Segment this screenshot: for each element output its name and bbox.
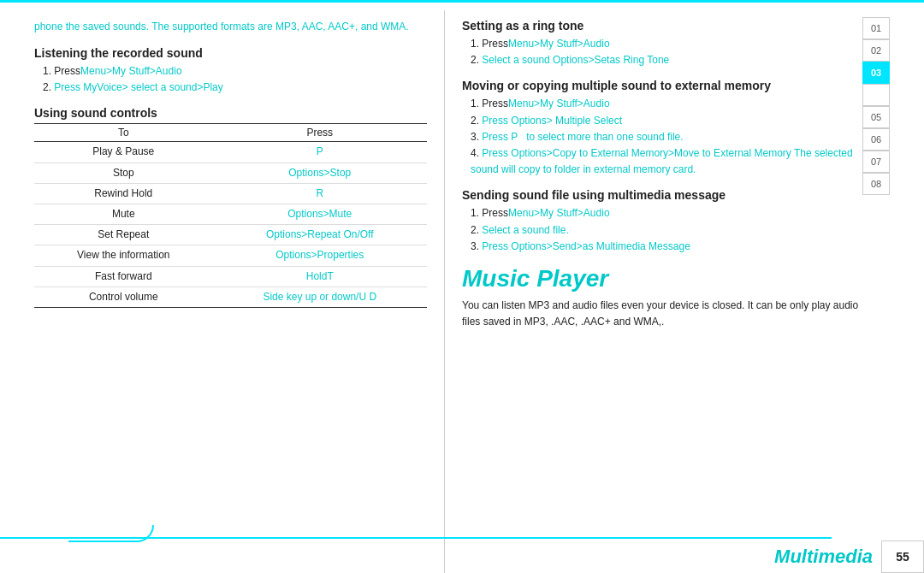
listening-section: Listening the recorded sound 1. PressMen… (34, 46, 427, 96)
ring-step1-plain: Press (482, 38, 508, 50)
moving-section: Moving or copying multiple sound to exte… (462, 79, 877, 178)
ring-step1-num: 1. (471, 38, 482, 50)
listening-step-1: 1. PressMenu>My Stuff>Audio (43, 63, 427, 80)
side-tab-02[interactable]: 02 (862, 39, 890, 62)
table-row: Rewind Hold R (34, 183, 427, 204)
snd-step1-num: 1. (471, 207, 482, 219)
moving-heading: Moving or copying multiple sound to exte… (462, 79, 877, 92)
table-cell-key: Options>Stop (213, 162, 427, 183)
listening-heading: Listening the recorded sound (34, 46, 427, 60)
top-intro-text: phone the saved sounds. The supported fo… (34, 19, 427, 34)
step1-cyan: Menu>My Stuff>Audio (80, 65, 182, 77)
ring-step2-cyan: Select a sound Options>Setas Ring Tone (482, 54, 669, 66)
table-cell-action: Mute (34, 204, 213, 224)
step1-num: 1. (43, 65, 54, 77)
table-row: Set Repeat Options>Repeat On/Off (34, 225, 427, 245)
moving-step-3: 3. Press P to select more than one sound… (471, 129, 877, 145)
moving-step-1: 1. PressMenu>My Stuff>Audio (471, 96, 877, 112)
sending-step-1: 1. PressMenu>My Stuff>Audio (471, 205, 877, 222)
side-tab-07[interactable]: 07 (862, 151, 890, 173)
footer: Multimedia 55 (0, 541, 924, 573)
table-cell-key: P (213, 142, 427, 162)
listening-step-2: 2. Press MyVoice> select a sound>Play (43, 80, 427, 96)
ring-tone-heading: Setting as a ring tone (462, 19, 877, 32)
table-cell-key: Options>Properties (213, 245, 427, 266)
side-tab-05[interactable]: 05 (862, 106, 890, 128)
table-cell-action: Set Repeat (34, 225, 213, 245)
right-column: Setting as a ring tone 1. PressMenu>My S… (445, 10, 890, 573)
table-cell-key: Side key up or down/U D (213, 286, 427, 307)
table-cell-key: Options>Mute (213, 204, 427, 224)
left-column: phone the saved sounds. The supported fo… (0, 10, 445, 573)
table-cell-action: Fast forward (34, 266, 213, 286)
music-player-title: Music Player (462, 265, 877, 292)
sending-step-3: 3. Press Options>Send>as Multimedia Mess… (471, 239, 877, 255)
table-cell-action: Rewind Hold (34, 183, 213, 204)
sending-heading: Sending sound file using multimedia mess… (462, 188, 877, 202)
top-border-line (0, 0, 924, 3)
mv-step4-cyan: Press Options>Copy to External Memory>Mo… (471, 147, 853, 175)
music-player-desc: You can listen MP3 and audio files even … (462, 298, 877, 330)
page-container: phone the saved sounds. The supported fo… (0, 0, 924, 573)
table-cell-key: R (213, 183, 427, 204)
footer-page-number: 55 (881, 541, 924, 573)
mv-step2-cyan: Press Options> Multiple Select (482, 115, 622, 127)
step2-num: 2. (43, 81, 54, 93)
table-row: Fast forward HoldT (34, 266, 427, 286)
side-tab-08[interactable]: 08 (862, 173, 890, 195)
listening-steps: 1. PressMenu>My Stuff>Audio 2. Press MyV… (43, 63, 427, 96)
sending-step-2: 2. Select a sound file. (471, 222, 877, 239)
ring-step1-cyan: Menu>My Stuff>Audio (508, 38, 610, 50)
moving-steps: 1. PressMenu>My Stuff>Audio 2. Press Opt… (471, 96, 877, 178)
snd-step1-plain: Press (482, 207, 508, 219)
table-row: Mute Options>Mute (34, 204, 427, 224)
bottom-curve-decoration (68, 525, 154, 542)
side-tab-03[interactable]: 03 (862, 62, 890, 84)
sending-section: Sending sound file using multimedia mess… (462, 188, 877, 255)
table-row: Play & Pause P (34, 142, 427, 162)
table-cell-action: Play & Pause (34, 142, 213, 162)
mv-step3-cyan: Press P to select more than one sound fi… (482, 131, 683, 143)
mv-step3-num: 3. (471, 131, 482, 143)
content-area: phone the saved sounds. The supported fo… (0, 0, 924, 573)
footer-section-label: Multimedia (774, 546, 873, 568)
ring-tone-section: Setting as a ring tone 1. PressMenu>My S… (462, 19, 877, 68)
side-tab-06[interactable]: 06 (862, 128, 890, 151)
moving-step-2: 2. Press Options> Multiple Select (471, 113, 877, 129)
table-row: Stop Options>Stop (34, 162, 427, 183)
table-row: Control volume Side key up or down/U D (34, 286, 427, 307)
moving-step-4: 4. Press Options>Copy to External Memory… (471, 145, 877, 178)
mv-step1-num: 1. (471, 97, 482, 109)
sound-controls-table: To Press Play & Pause P Stop Options>Sto… (34, 123, 427, 308)
ring-step-2: 2. Select a sound Options>Setas Ring Ton… (471, 52, 877, 68)
snd-step3-num: 3. (471, 240, 482, 252)
mv-step1-cyan: Menu>My Stuff>Audio (508, 97, 610, 109)
sound-controls-section: Using sound controls To Press Play & Pau… (34, 106, 427, 308)
table-cell-key: HoldT (213, 266, 427, 286)
mv-step2-num: 2. (471, 115, 482, 127)
ring-tone-steps: 1. PressMenu>My Stuff>Audio 2. Select a … (471, 36, 877, 68)
sending-steps: 1. PressMenu>My Stuff>Audio 2. Select a … (471, 205, 877, 255)
table-col2: Press (213, 124, 427, 142)
table-cell-key: Options>Repeat On/Off (213, 225, 427, 245)
side-tab-01[interactable]: 01 (862, 17, 890, 39)
snd-step2-num: 2. (471, 224, 482, 236)
mv-step4-num: 4. (471, 147, 482, 159)
music-player-section: Music Player You can listen MP3 and audi… (462, 265, 877, 330)
sound-controls-heading: Using sound controls (34, 106, 427, 120)
step2-cyan: Press MyVoice> select a sound>Play (54, 81, 222, 93)
table-cell-action: Control volume (34, 286, 213, 307)
table-col1: To (34, 124, 213, 142)
table-cell-action: Stop (34, 162, 213, 183)
snd-step1-cyan: Menu>My Stuff>Audio (508, 207, 610, 219)
table-cell-action: View the information (34, 245, 213, 266)
side-tab-04[interactable] (862, 84, 890, 106)
table-row: View the information Options>Properties (34, 245, 427, 266)
ring-step2-num: 2. (471, 54, 482, 66)
snd-step2-cyan: Select a sound file. (482, 224, 568, 236)
side-tabs: 01 02 03 05 06 07 08 (862, 17, 890, 195)
snd-step3-cyan: Press Options>Send>as Multimedia Message (482, 240, 690, 252)
ring-step-1: 1. PressMenu>My Stuff>Audio (471, 36, 877, 52)
step1-plain: Press (54, 65, 80, 77)
mv-step1-plain: Press (482, 97, 508, 109)
